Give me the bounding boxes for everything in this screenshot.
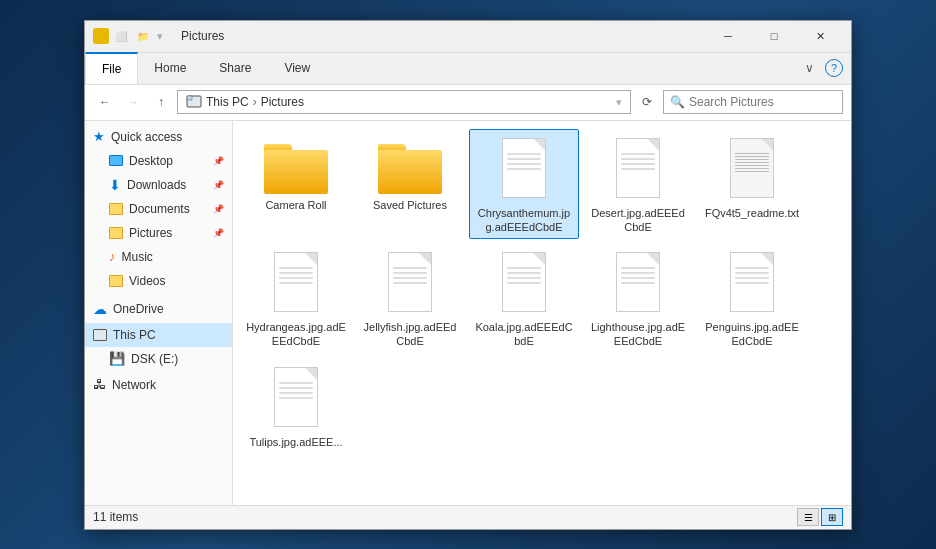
address-bar: ← → ↑ This PC › Pictures ▾ ⟳ 🔍 — [85, 85, 851, 121]
window-controls: ─ □ ✕ — [705, 20, 843, 52]
address-input[interactable]: This PC › Pictures ▾ — [177, 90, 631, 114]
breadcrumb: This PC › Pictures — [206, 95, 304, 109]
sidebar-item-quick-access[interactable]: ★ Quick access — [85, 125, 232, 149]
file-name: Tulips.jpg.adEEE... — [249, 435, 342, 449]
network-icon: 🖧 — [93, 377, 106, 392]
doc-icon — [384, 252, 436, 316]
sidebar-item-downloads[interactable]: ⬇ Downloads 📌 — [85, 173, 232, 197]
doc-icon — [612, 252, 664, 316]
pin-icon-pictures: 📌 — [213, 228, 224, 238]
pin-icon-desktop: 📌 — [213, 156, 224, 166]
title-bar: ⬜ 📁 ▾ Pictures ─ □ ✕ — [85, 21, 851, 53]
list-item[interactable]: Saved Pictures — [355, 129, 465, 240]
list-item[interactable]: Tulips.jpg.adEEE... — [241, 358, 351, 454]
up-button[interactable]: ↑ — [149, 90, 173, 114]
ribbon-help-btn[interactable]: ? — [825, 59, 843, 77]
sidebar-item-pictures[interactable]: Pictures 📌 — [85, 221, 232, 245]
list-item[interactable]: FQv4t5_readme.txt — [697, 129, 807, 240]
tab-view[interactable]: View — [268, 53, 327, 84]
sidebar-label-dsk: DSK (E:) — [131, 352, 178, 366]
back-button[interactable]: ← — [93, 90, 117, 114]
main-content: ★ Quick access Desktop 📌 ⬇ Downloads 📌 D… — [85, 121, 851, 505]
file-name: Chrysanthemum.jpg.adEEEdCbdE — [474, 206, 574, 235]
view-grid-button[interactable]: ⊞ — [821, 508, 843, 526]
list-item[interactable]: Hydrangeas.jpg.adEEEdCbdE — [241, 243, 351, 354]
search-icon: 🔍 — [670, 95, 685, 109]
sidebar-item-videos[interactable]: Videos — [85, 269, 232, 293]
sidebar-item-onedrive[interactable]: ☁ OneDrive — [85, 297, 232, 321]
maximize-button[interactable]: □ — [751, 20, 797, 52]
doc-icon — [612, 138, 664, 202]
sidebar-item-network[interactable]: 🖧 Network — [85, 373, 232, 397]
file-name: Hydrangeas.jpg.adEEEdCbdE — [246, 320, 346, 349]
desktop-icon — [109, 155, 123, 166]
tab-file[interactable]: File — [85, 52, 138, 84]
list-item[interactable]: Chrysanthemum.jpg.adEEEdCbdE — [469, 129, 579, 240]
file-name: Desert.jpg.adEEEdCbdE — [588, 206, 688, 235]
sidebar-item-documents[interactable]: Documents 📌 — [85, 197, 232, 221]
file-name: Jellyfish.jpg.adEEdCbdE — [360, 320, 460, 349]
address-icon — [186, 93, 202, 112]
list-item[interactable]: Jellyfish.jpg.adEEdCbdE — [355, 243, 465, 354]
sidebar-label-downloads: Downloads — [127, 178, 186, 192]
sidebar-item-desktop[interactable]: Desktop 📌 — [85, 149, 232, 173]
search-input[interactable] — [689, 95, 839, 109]
sidebar-label-thispc: This PC — [113, 328, 156, 342]
list-item[interactable]: Camera Roll — [241, 129, 351, 240]
sidebar-label-desktop: Desktop — [129, 154, 173, 168]
minimize-button[interactable]: ─ — [705, 20, 751, 52]
qat-newfolder-btn[interactable]: 📁 — [133, 26, 153, 46]
list-item[interactable]: Koala.jpg.adEEEdCbdE — [469, 243, 579, 354]
forward-button[interactable]: → — [121, 90, 145, 114]
sidebar-label-network: Network — [112, 378, 156, 392]
videos-icon — [109, 275, 123, 287]
onedrive-icon: ☁ — [93, 301, 107, 317]
sidebar-item-thispc[interactable]: This PC — [85, 323, 232, 347]
file-name: Koala.jpg.adEEEdCbdE — [474, 320, 574, 349]
doc-icon — [726, 252, 778, 316]
crumb-pictures[interactable]: Pictures — [261, 95, 304, 109]
search-box[interactable]: 🔍 — [663, 90, 843, 114]
status-item-count: 11 items — [93, 510, 797, 524]
window-title: Pictures — [181, 29, 224, 43]
quick-access-label: Quick access — [111, 130, 182, 144]
dsk-icon: 💾 — [109, 351, 125, 366]
ribbon-collapse-btn[interactable]: ∨ — [797, 56, 821, 80]
downloads-icon: ⬇ — [109, 177, 121, 193]
sidebar-label-pictures: Pictures — [129, 226, 172, 240]
list-item[interactable]: Penguins.jpg.adEEEdCbdE — [697, 243, 807, 354]
music-icon: ♪ — [109, 249, 116, 264]
file-name: Camera Roll — [265, 198, 326, 212]
quick-access-icon: ★ — [93, 129, 105, 144]
tab-share[interactable]: Share — [203, 53, 268, 84]
close-button[interactable]: ✕ — [797, 20, 843, 52]
file-name: FQv4t5_readme.txt — [705, 206, 799, 220]
file-area: Camera Roll Saved Pictures — [233, 121, 851, 505]
tab-home[interactable]: Home — [138, 53, 203, 84]
doc-icon — [270, 252, 322, 316]
list-item[interactable]: Lighthouse.jpg.adEEEdCbdE — [583, 243, 693, 354]
crumb-thispc[interactable]: This PC — [206, 95, 249, 109]
folder-title-icon — [93, 28, 109, 44]
refresh-button[interactable]: ⟳ — [635, 90, 659, 114]
list-item[interactable]: Desert.jpg.adEEEdCbdE — [583, 129, 693, 240]
status-bar: 11 items ☰ ⊞ — [85, 505, 851, 529]
svg-rect-1 — [187, 96, 192, 100]
ribbon: File Home Share View ∨ ? — [85, 53, 851, 85]
view-list-button[interactable]: ☰ — [797, 508, 819, 526]
sidebar-label-videos: Videos — [129, 274, 165, 288]
file-name: Saved Pictures — [373, 198, 447, 212]
thispc-icon — [93, 329, 107, 341]
pin-icon-downloads: 📌 — [213, 180, 224, 190]
sidebar-item-music[interactable]: ♪ Music — [85, 245, 232, 269]
ribbon-right: ∨ ? — [797, 53, 851, 84]
pin-icon-documents: 📌 — [213, 204, 224, 214]
sidebar-label-documents: Documents — [129, 202, 190, 216]
file-name: Penguins.jpg.adEEEdCbdE — [702, 320, 802, 349]
qat-properties-btn[interactable]: ⬜ — [111, 26, 131, 46]
sidebar-item-dsk[interactable]: 💾 DSK (E:) — [85, 347, 232, 371]
doc-icon — [498, 138, 550, 202]
address-dropdown-icon[interactable]: ▾ — [616, 96, 622, 109]
sidebar: ★ Quick access Desktop 📌 ⬇ Downloads 📌 D… — [85, 121, 233, 505]
doc-icon — [498, 252, 550, 316]
